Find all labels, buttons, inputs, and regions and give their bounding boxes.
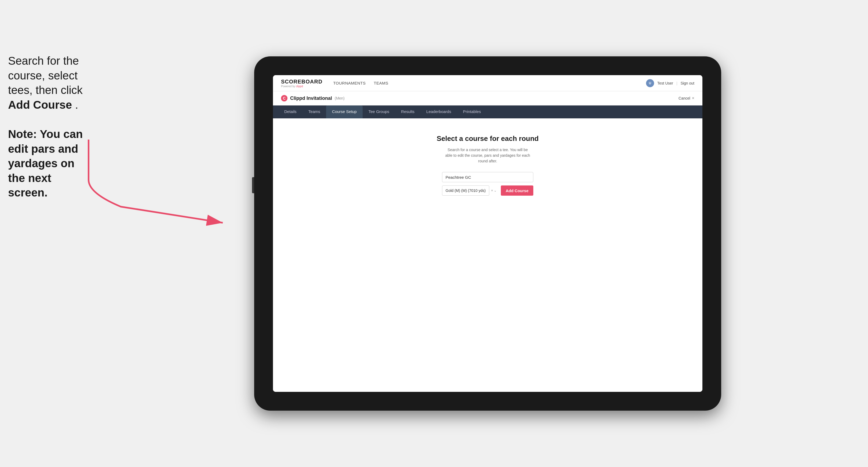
section-description: Search for a course and select a tee. Yo… <box>445 147 531 164</box>
nav-tournaments[interactable]: TOURNAMENTS <box>333 81 366 85</box>
cancel-icon: × <box>692 96 694 101</box>
tournament-title-row: C Clippd Invitational (Men) <box>281 95 345 101</box>
sign-out-link[interactable]: Sign out <box>681 81 694 85</box>
tournament-name: Clippd Invitational <box>290 96 332 101</box>
header-left: SCOREBOARD Powered by clippd TOURNAMENTS… <box>281 79 389 88</box>
annotation-bold: Add Course <box>8 98 72 111</box>
course-search-input[interactable] <box>442 172 533 182</box>
logo-scoreboard-text: SCOREBOARD <box>281 79 322 85</box>
tab-details[interactable]: Details <box>278 105 303 118</box>
cancel-button[interactable]: Cancel × <box>679 96 694 101</box>
annotation-note: Note: You can edit pars and yardages on … <box>8 128 83 199</box>
tournament-type: (Men) <box>335 96 345 100</box>
section-title: Select a course for each round <box>437 134 539 143</box>
add-course-button[interactable]: Add Course <box>501 185 533 196</box>
nav-teams[interactable]: TEAMS <box>374 81 389 85</box>
tab-results[interactable]: Results <box>395 105 420 118</box>
logo-powered-text: Powered by clippd <box>281 85 322 88</box>
tee-select[interactable]: Gold (M) (M) (7010 yds) <box>442 185 489 196</box>
annotation-period: . <box>75 98 79 111</box>
user-avatar: U <box>646 79 654 87</box>
header-separator: | <box>676 81 677 85</box>
tab-bar: Details Teams Course Setup Tee Groups Re… <box>273 105 703 118</box>
app-header: SCOREBOARD Powered by clippd TOURNAMENTS… <box>273 75 703 91</box>
logo: SCOREBOARD Powered by clippd <box>281 79 322 88</box>
tablet-device: SCOREBOARD Powered by clippd TOURNAMENTS… <box>254 56 721 411</box>
tee-select-wrapper: Gold (M) (M) (7010 yds) <box>442 185 499 196</box>
header-right: U Test User | Sign out <box>646 79 694 87</box>
arrow-graphic <box>67 126 255 234</box>
tab-printables[interactable]: Printables <box>457 105 487 118</box>
annotation-line1: Search for the course, select tees, then… <box>8 55 83 96</box>
course-form: Gold (M) (M) (7010 yds) Add Course <box>442 172 533 196</box>
tab-course-setup[interactable]: Course Setup <box>326 105 363 118</box>
nav-links: TOURNAMENTS TEAMS <box>333 81 388 85</box>
tablet-screen: SCOREBOARD Powered by clippd TOURNAMENTS… <box>273 75 703 392</box>
annotation-text: Search for the course, select tees, then… <box>8 54 83 200</box>
tournament-header: C Clippd Invitational (Men) Cancel × <box>273 91 703 105</box>
cancel-label: Cancel <box>679 96 690 100</box>
main-content: Select a course for each round Search fo… <box>273 118 703 392</box>
tab-tee-groups[interactable]: Tee Groups <box>363 105 395 118</box>
user-label: Test User <box>657 81 673 85</box>
tab-leaderboards[interactable]: Leaderboards <box>420 105 457 118</box>
tablet-side-button <box>252 177 254 193</box>
tee-select-row: Gold (M) (M) (7010 yds) Add Course <box>442 185 533 196</box>
tab-teams[interactable]: Teams <box>303 105 326 118</box>
tournament-icon: C <box>281 95 287 101</box>
